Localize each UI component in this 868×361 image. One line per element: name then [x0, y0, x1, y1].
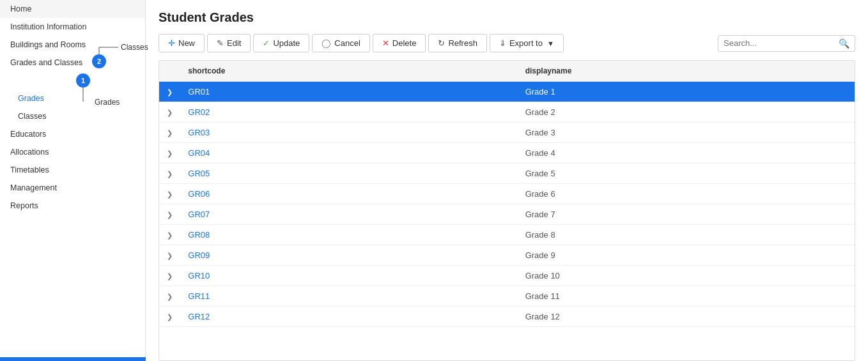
expand-icon[interactable]: ❯ — [167, 170, 173, 178]
cell-displayname: Grade 4 — [518, 143, 855, 164]
cell-shortcode: GR08 — [180, 225, 517, 245]
cell-displayname: Grade 7 — [518, 204, 855, 225]
cell-displayname: Grade 10 — [518, 266, 855, 286]
table-row[interactable]: ❯GR02Grade 2 — [159, 102, 855, 123]
expand-icon[interactable]: ❯ — [167, 272, 173, 280]
table-body: ❯GR01Grade 1❯GR02Grade 2❯GR03Grade 3❯GR0… — [159, 82, 855, 327]
col-expand-header — [159, 61, 180, 82]
cell-displayname: Grade 8 — [518, 225, 855, 245]
table-row[interactable]: ❯GR04Grade 4 — [159, 143, 855, 164]
cell-displayname: Grade 5 — [518, 164, 855, 184]
sidebar-item-classes[interactable]: Classes — [0, 107, 145, 125]
table-row[interactable]: ❯GR09Grade 9 — [159, 245, 855, 266]
sidebar-item-grades-classes[interactable]: Grades and Classes — [0, 54, 145, 72]
sidebar-item-home[interactable]: Home — [0, 0, 145, 18]
export-icon: ⇓ — [499, 38, 506, 48]
sidebar-bottom-bar — [0, 357, 146, 361]
cell-displayname: Grade 1 — [518, 82, 855, 102]
svg-text:1: 1 — [81, 77, 85, 84]
search-box: 🔍 — [718, 35, 855, 52]
sidebar-classes-label: Classes — [18, 112, 46, 121]
cell-shortcode: GR02 — [180, 102, 517, 123]
table-row[interactable]: ❯GR01Grade 1 — [159, 82, 855, 102]
table-row[interactable]: ❯GR10Grade 10 — [159, 266, 855, 286]
delete-button[interactable]: ✕ Delete — [373, 34, 426, 52]
sidebar-item-timetables[interactable]: Management — [0, 179, 145, 197]
table-header-row: shortcode displayname — [159, 61, 855, 82]
sidebar-item-management[interactable]: Reports — [0, 197, 145, 215]
cell-displayname: Grade 9 — [518, 245, 855, 266]
sidebar-item-subjects[interactable]: Educators — [0, 125, 145, 143]
cell-displayname: Grade 3 — [518, 123, 855, 143]
svg-point-0 — [76, 73, 90, 88]
cell-shortcode: GR05 — [180, 164, 517, 184]
cell-displayname: Grade 11 — [518, 286, 855, 307]
table-row[interactable]: ❯GR07Grade 7 — [159, 204, 855, 225]
sidebar-item-institution[interactable]: Institution Information — [0, 18, 145, 36]
cell-shortcode: GR09 — [180, 245, 517, 266]
table-row[interactable]: ❯GR12Grade 12 — [159, 307, 855, 327]
search-input[interactable] — [724, 38, 839, 48]
expand-icon[interactable]: ❯ — [167, 150, 173, 157]
cell-shortcode: GR06 — [180, 184, 517, 204]
data-table: shortcode displayname ❯GR01Grade 1❯GR02G… — [159, 60, 855, 361]
edit-icon: ✎ — [217, 38, 224, 48]
sidebar-item-allocations[interactable]: Timetables — [0, 161, 145, 179]
cell-shortcode: GR12 — [180, 307, 517, 327]
expand-icon[interactable]: ❯ — [167, 231, 173, 239]
delete-icon: ✕ — [382, 38, 389, 48]
edit-button[interactable]: ✎ Edit — [207, 34, 251, 52]
sidebar-item-reports[interactable] — [0, 215, 145, 224]
table-row[interactable]: ❯GR06Grade 6 — [159, 184, 855, 204]
refresh-icon: ↻ — [438, 38, 445, 48]
sidebar-item-buildings[interactable]: Buildings and Rooms — [0, 36, 145, 54]
refresh-button[interactable]: ↻ Refresh — [428, 34, 487, 52]
page-title: Student Grades — [159, 10, 855, 25]
export-button[interactable]: ⇓ Export to ▼ — [490, 34, 564, 52]
expand-icon[interactable]: ❯ — [167, 252, 173, 259]
expand-icon[interactable]: ❯ — [167, 88, 173, 96]
table-row[interactable]: ❯GR11Grade 11 — [159, 286, 855, 307]
plus-icon: ✛ — [168, 38, 175, 48]
col-shortcode-header[interactable]: shortcode — [180, 61, 517, 82]
expand-icon[interactable]: ❯ — [167, 313, 173, 321]
expand-icon[interactable]: ❯ — [167, 293, 173, 300]
cell-shortcode: GR07 — [180, 204, 517, 225]
expand-icon[interactable]: ❯ — [167, 129, 173, 137]
cell-shortcode: GR01 — [180, 82, 517, 102]
expand-icon[interactable]: ❯ — [167, 109, 173, 116]
expand-icon[interactable]: ❯ — [167, 211, 173, 219]
cell-displayname: Grade 6 — [518, 184, 855, 204]
chevron-down-icon: ▼ — [547, 40, 554, 47]
sidebar-item-grades[interactable]: Grades — [0, 89, 145, 107]
expand-icon[interactable]: ❯ — [167, 190, 173, 198]
cell-displayname: Grade 12 — [518, 307, 855, 327]
cancel-button[interactable]: ◯ Cancel — [312, 34, 369, 52]
cancel-icon: ◯ — [322, 38, 331, 48]
sidebar-grades-label: Grades — [18, 94, 44, 103]
toolbar: ✛ New ✎ Edit ✓ Update ◯ Cancel ✕ Delete … — [159, 34, 855, 52]
check-icon: ✓ — [263, 38, 270, 48]
cell-shortcode: GR11 — [180, 286, 517, 307]
cell-displayname: Grade 2 — [518, 102, 855, 123]
sidebar-item-educators[interactable]: Allocations — [0, 143, 145, 161]
cell-shortcode: GR10 — [180, 266, 517, 286]
new-button[interactable]: ✛ New — [159, 34, 205, 52]
main-content: Student Grades ✛ New ✎ Edit ✓ Update ◯ C… — [146, 0, 868, 361]
cell-shortcode: GR04 — [180, 143, 517, 164]
table-row[interactable]: ❯GR08Grade 8 — [159, 225, 855, 245]
cell-shortcode: GR03 — [180, 123, 517, 143]
table-row[interactable]: ❯GR03Grade 3 — [159, 123, 855, 143]
col-displayname-header[interactable]: displayname — [518, 61, 855, 82]
search-icon[interactable]: 🔍 — [839, 38, 849, 49]
update-button[interactable]: ✓ Update — [253, 34, 309, 52]
sidebar: Home Institution Information Buildings a… — [0, 0, 146, 361]
table-row[interactable]: ❯GR05Grade 5 — [159, 164, 855, 184]
